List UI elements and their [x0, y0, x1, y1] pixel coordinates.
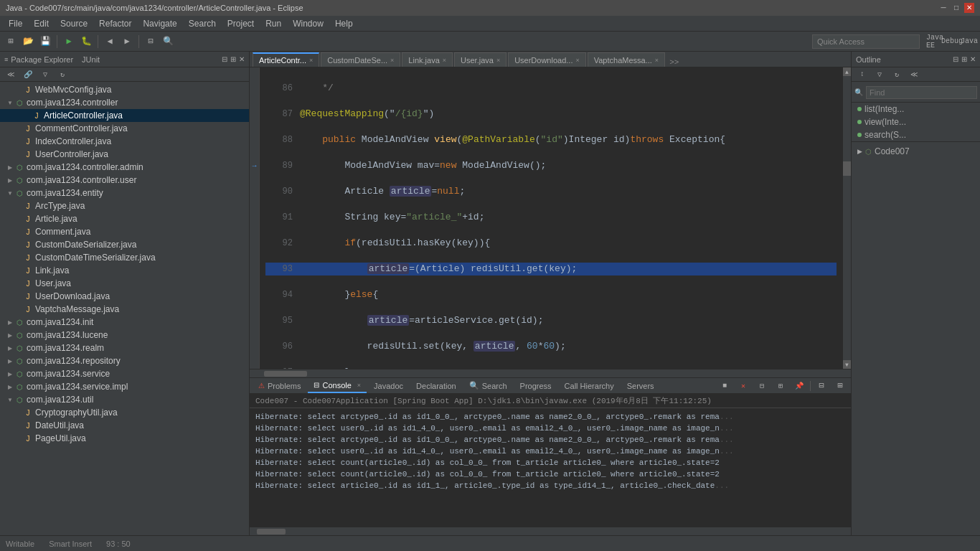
list-item[interactable]: J WebMvcConfig.java — [0, 83, 249, 96]
list-item[interactable]: J CryptographyUtil.java — [0, 406, 249, 419]
menu-run[interactable]: Run — [260, 16, 287, 31]
scroll-down-btn[interactable]: ▼ — [843, 360, 851, 369]
outline-item[interactable]: list(Integ... — [852, 103, 980, 116]
scroll-up-btn[interactable]: ▲ — [843, 67, 851, 76]
list-item[interactable]: J ArticleController.java — [0, 109, 249, 122]
list-item[interactable]: J UserController.java — [0, 148, 249, 161]
list-item[interactable]: J CustomDateSerializer.java — [0, 238, 249, 251]
list-item[interactable]: ▶ ⬡ com.java1234.realm — [0, 342, 249, 354]
list-item[interactable]: J UserDownload.java — [0, 290, 249, 303]
tab-userdownload[interactable]: UserDownload... × — [508, 52, 586, 67]
tab-console[interactable]: ⊟ Console × — [308, 379, 367, 393]
sync-btn[interactable]: ↻ — [55, 67, 70, 83]
outline-find-input[interactable] — [866, 86, 977, 99]
list-item[interactable]: J Comment.java — [0, 225, 249, 238]
tab-declaration[interactable]: Declaration — [410, 379, 462, 393]
list-item[interactable]: ▶ ⬡ com.java1234.repository — [0, 354, 249, 367]
link-with-editor-btn[interactable]: 🔗 — [20, 67, 36, 83]
back-button[interactable]: ◀ — [102, 34, 118, 50]
menu-help[interactable]: Help — [329, 16, 359, 31]
h-scroll-thumb[interactable] — [264, 371, 307, 377]
tab-servers[interactable]: Servers — [621, 379, 660, 393]
junit-tab[interactable]: JUnit — [82, 55, 100, 64]
tab-link[interactable]: Link.java × — [402, 52, 453, 67]
list-item[interactable]: J IndexController.java — [0, 135, 249, 148]
menu-project[interactable]: Project — [222, 16, 260, 31]
debug-button[interactable]: 🐛 — [78, 34, 94, 50]
tab-close-icon[interactable]: × — [357, 382, 361, 389]
minimize-bottom-btn[interactable]: ⊟ — [814, 378, 829, 394]
list-item[interactable]: J Article.java — [0, 212, 249, 225]
list-item[interactable]: J ArcType.java — [0, 199, 249, 212]
list-item[interactable]: J DateUtil.java — [0, 419, 249, 432]
tab-vaptchamessage[interactable]: VaptchaMessa... × — [588, 52, 665, 67]
outline-project-item[interactable]: ▶ ⬡ Code007 — [857, 145, 974, 158]
tab-close-icon[interactable]: × — [309, 57, 313, 64]
list-item[interactable]: J VaptchaMessage.java — [0, 303, 249, 316]
more-tabs-icon[interactable]: >> — [669, 58, 679, 67]
tab-search[interactable]: 🔍 Search — [463, 379, 513, 393]
tab-javadoc[interactable]: Javadoc — [368, 379, 409, 393]
tab-article-controller[interactable]: ArticleContr... × — [253, 52, 319, 67]
outline-maximize-icon[interactable]: ⊞ — [961, 55, 967, 63]
menu-file[interactable]: File — [3, 16, 28, 31]
tab-close-icon[interactable]: × — [496, 57, 500, 64]
menu-window[interactable]: Window — [287, 16, 329, 31]
clear-console-btn[interactable]: ⊟ — [754, 378, 770, 394]
list-item[interactable]: J Link.java — [0, 264, 249, 277]
list-item[interactable]: ▶ ⬡ com.java1234.lucene — [0, 329, 249, 342]
forward-button[interactable]: ▶ — [119, 34, 135, 50]
maximize-button[interactable]: □ — [951, 3, 961, 13]
console-scrollbar[interactable] — [250, 527, 851, 535]
outline-filter-btn[interactable]: ▽ — [872, 67, 887, 83]
terminate-btn[interactable]: ■ — [717, 378, 732, 394]
save-button[interactable]: 💾 — [37, 34, 53, 50]
maximize-bottom-btn[interactable]: ⊞ — [832, 378, 848, 394]
list-item[interactable]: ▼ ⬡ com.java1234.entity — [0, 187, 249, 199]
title-bar-controls[interactable]: ─ □ ✕ — [938, 3, 974, 13]
list-item[interactable]: J CustomDateTimeSerializer.java — [0, 251, 249, 264]
pkg-minimize-icon[interactable]: ⊟ — [222, 55, 227, 63]
vertical-scrollbar[interactable]: ▲ ▼ — [842, 67, 851, 369]
list-item[interactable]: ▶ ⬡ com.java1234.service — [0, 367, 249, 380]
scroll-thumb[interactable] — [843, 161, 851, 176]
outline-minimize-icon[interactable]: ⊟ — [953, 55, 958, 63]
console-h-scroll[interactable] — [257, 529, 286, 534]
scroll-lock-btn[interactable]: ⊞ — [773, 378, 788, 394]
list-item[interactable]: ▼ ⬡ com.java1234.util — [0, 393, 249, 406]
debug-perspective-btn[interactable]: Debug — [944, 34, 960, 50]
list-item[interactable]: J PageUtil.java — [0, 432, 249, 445]
pkg-close-icon[interactable]: ✕ — [239, 55, 245, 63]
quick-access-input[interactable]: Quick Access — [812, 34, 920, 49]
list-item[interactable]: ▶ ⬡ com.java1234.controller.admin — [0, 161, 249, 174]
pkg-maximize-icon[interactable]: ⊞ — [230, 55, 236, 63]
console-btn[interactable]: ⊟ — [143, 34, 159, 50]
java-perspective-btn[interactable]: Java — [961, 34, 977, 50]
outline-sync-btn[interactable]: ↻ — [889, 67, 905, 83]
outline-close-icon[interactable]: ✕ — [970, 55, 976, 63]
remove-btn[interactable]: ✕ — [735, 378, 751, 394]
pin-btn[interactable]: 📌 — [791, 378, 807, 394]
outline-item[interactable]: search(S... — [852, 128, 980, 141]
tab-problems[interactable]: ⚠ Problems — [253, 379, 306, 393]
list-item[interactable]: ▼ ⬡ com.java1234.controller — [0, 96, 249, 109]
list-item[interactable]: ▶ ⬡ com.java1234.controller.user — [0, 174, 249, 187]
horizontal-scrollbar[interactable] — [250, 369, 851, 377]
list-item[interactable]: J User.java — [0, 277, 249, 290]
tab-close-icon[interactable]: × — [390, 57, 394, 64]
close-button[interactable]: ✕ — [964, 3, 974, 13]
tab-call-hierarchy[interactable]: Call Hierarchy — [559, 379, 620, 393]
tab-close-icon[interactable]: × — [575, 57, 579, 64]
menu-search[interactable]: Search — [183, 16, 222, 31]
run-button[interactable]: ▶ — [61, 34, 77, 50]
minimize-button[interactable]: ─ — [938, 3, 948, 13]
search-toolbar-btn[interactable]: 🔍 — [160, 34, 176, 50]
outline-collapse-btn[interactable]: ≪ — [906, 67, 922, 83]
menu-source[interactable]: Source — [55, 16, 93, 31]
code-content[interactable]: 86 */ 87@RequestMapping("/{id}") 88 publ… — [260, 67, 842, 369]
new-button[interactable]: ⊞ — [3, 34, 19, 50]
tab-customdateserializer[interactable]: CustomDateSe... × — [321, 52, 400, 67]
tab-user[interactable]: User.java × — [454, 52, 507, 67]
collapse-all-btn[interactable]: ≪ — [3, 67, 19, 83]
outline-sort-btn[interactable]: ↕ — [854, 67, 870, 83]
